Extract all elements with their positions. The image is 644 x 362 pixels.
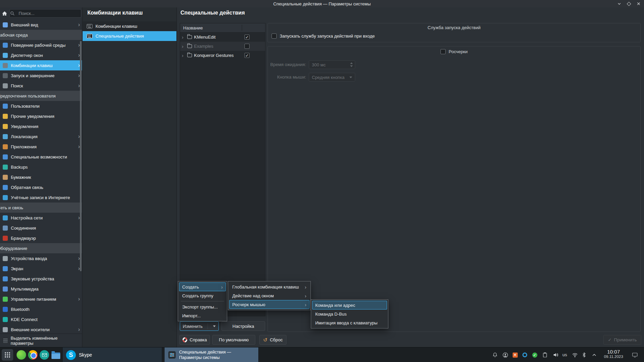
- settings-button[interactable]: Настройка: [221, 321, 265, 331]
- sidebar-item-window-management[interactable]: Диспетчер окон: [0, 50, 82, 60]
- home-icon[interactable]: [2, 11, 7, 16]
- sidebar-item-workspace-behavior[interactable]: Поведение рабочей среды: [0, 40, 82, 50]
- sidebar-item-regional[interactable]: Локализация: [0, 131, 82, 142]
- expand-icon[interactable]: [182, 44, 185, 49]
- sidebar-item-backups[interactable]: Backups: [0, 162, 82, 172]
- sidebar-section-hardware: Оборудование: [0, 243, 82, 253]
- sidebar-item-power[interactable]: Управление питанием: [0, 294, 82, 304]
- highlight-changed-row[interactable]: Выделить изменённые параметры: [0, 334, 82, 347]
- category-panel: Комбинации клавиш Комбинации клавиш Спец…: [83, 7, 177, 347]
- display-icon: [3, 266, 8, 271]
- category-item-label: Комбинации клавиш: [95, 24, 137, 29]
- sidebar-item-accessibility[interactable]: Специальные возможности: [0, 152, 82, 162]
- sidebar-item-audio[interactable]: Звуковые устройства: [0, 274, 82, 284]
- taskbar-app-mail[interactable]: [39, 350, 49, 360]
- alert-icon[interactable]: [512, 352, 518, 358]
- sidebar-item-online-accounts[interactable]: Учётные записи в Интернете: [0, 192, 82, 203]
- sidebar-item-removable-storage[interactable]: Внешние носители: [0, 324, 82, 334]
- sidebar-item-display[interactable]: Экран: [0, 263, 82, 274]
- minimize-button[interactable]: [617, 2, 621, 6]
- updates-ok-icon[interactable]: [532, 352, 538, 358]
- sidebar-item-network-settings[interactable]: Настройка сети: [0, 213, 82, 223]
- notifications-bell-icon[interactable]: [492, 352, 498, 358]
- taskbar-app-files[interactable]: [51, 350, 61, 360]
- search-input[interactable]: [9, 9, 81, 18]
- tree-row-examples[interactable]: Examples: [180, 42, 265, 51]
- menu-item-import[interactable]: Импорт...: [179, 311, 226, 320]
- taskbar-app-chrome[interactable]: [28, 350, 38, 360]
- tree-row-konqueror-gestures[interactable]: Konqueror Gestures: [180, 51, 265, 60]
- sidebar-item-applications[interactable]: Приложения: [0, 142, 82, 152]
- daemon-group-title: Служба запуска действий: [268, 25, 640, 30]
- expand-icon[interactable]: [182, 35, 185, 40]
- sidebar-item-search[interactable]: Поиск: [0, 81, 82, 91]
- user-status-icon[interactable]: [502, 352, 508, 358]
- daemon-checkbox[interactable]: [272, 34, 277, 39]
- volume-icon[interactable]: [553, 352, 559, 358]
- sidebar-item-firewall[interactable]: Брандмауэр: [0, 233, 82, 243]
- reset-button[interactable]: Сброс: [259, 335, 286, 345]
- gestures-title-row[interactable]: Росчерки: [268, 49, 640, 54]
- chevron-down-icon[interactable]: [213, 325, 216, 327]
- menu-item-keyboard-input[interactable]: Имитация ввода с клавиатуры: [312, 318, 387, 327]
- menu-item-new[interactable]: Создать: [179, 282, 226, 291]
- daemon-checkbox-row[interactable]: Запускать службу запуска действий при вх…: [272, 34, 375, 39]
- konqueror-gestures-checkbox[interactable]: [244, 53, 250, 58]
- menu-item-dbus-command[interactable]: Команда D-Bus: [312, 310, 387, 318]
- menu-item-command-url[interactable]: Команда или адрес: [312, 301, 387, 310]
- bluetooth-tray-icon[interactable]: [581, 352, 587, 358]
- sidebar-item-input-devices[interactable]: Устройства ввода: [0, 253, 82, 263]
- category-item-custom-shortcuts[interactable]: Специальные действия: [83, 31, 176, 41]
- sidebar-item-appearance[interactable]: Внешний вид: [0, 20, 82, 30]
- sidebar-item-shortcuts[interactable]: Комбинации клавиш: [0, 60, 82, 70]
- sidebar-item-kde-connect[interactable]: KDE Connect: [0, 314, 82, 324]
- task-system-settings-active[interactable]: Специальные действия — Параметры системы: [164, 347, 259, 362]
- task-skype[interactable]: Skype: [62, 347, 162, 362]
- network-status-icon[interactable]: [522, 352, 528, 358]
- menu-item-mouse-gesture[interactable]: Росчерк мышью: [229, 300, 309, 309]
- menu-item-export-group[interactable]: Экспорт группы...: [179, 302, 226, 311]
- sidebar-item-connections[interactable]: Соединения: [0, 223, 82, 233]
- keyboard-layout-indicator[interactable]: us: [562, 352, 567, 357]
- menu-item-new-group[interactable]: Создать группу: [179, 291, 226, 300]
- expand-icon[interactable]: [182, 53, 185, 58]
- tree-column-header[interactable]: Название: [180, 23, 265, 33]
- sidebar-scrollbar[interactable]: [80, 41, 82, 271]
- window-controls: [617, 0, 641, 7]
- shortcuts-tree: Название KMenuEdit Examples Konqueror Ge…: [180, 23, 265, 316]
- spinner-arrows-icon[interactable]: [350, 62, 353, 67]
- maximize-button[interactable]: [627, 2, 630, 5]
- mouse-button-combobox[interactable]: Средняя кнопка: [309, 73, 355, 82]
- sidebar-item-users[interactable]: Пользователи: [0, 101, 82, 111]
- sidebar-item-wallet[interactable]: Бумажник: [0, 172, 82, 182]
- application-launcher-button[interactable]: [2, 349, 13, 361]
- sidebar-item-bluetooth[interactable]: Bluetooth: [0, 304, 82, 314]
- taskbar-app-green[interactable]: [16, 350, 26, 360]
- clipboard-icon[interactable]: [542, 352, 548, 358]
- power-management-icon: [3, 297, 8, 302]
- category-item-shortcuts[interactable]: Комбинации клавиш: [83, 21, 176, 31]
- show-desktop-icon[interactable]: [632, 352, 638, 358]
- defaults-button[interactable]: По умолчанию: [212, 335, 255, 345]
- sidebar-item-startup-shutdown[interactable]: Запуск и завершение: [0, 70, 82, 81]
- apply-button[interactable]: Применить: [603, 335, 641, 345]
- close-button[interactable]: [637, 2, 641, 6]
- menu-item-window-action[interactable]: Действие над окном: [229, 291, 309, 300]
- sidebar-item-feedback[interactable]: Обратная связь: [0, 182, 82, 192]
- sidebar-item-notifications[interactable]: Уведомления: [0, 121, 82, 131]
- gestures-checkbox[interactable]: [441, 49, 446, 54]
- firewall-icon: [3, 236, 8, 241]
- chrome-icon: [28, 350, 38, 360]
- sidebar-item-multimedia[interactable]: Мультимедиа: [0, 284, 82, 294]
- kmenuedit-checkbox[interactable]: [244, 35, 250, 40]
- examples-checkbox[interactable]: [244, 44, 250, 49]
- menu-item-global-shortcut[interactable]: Глобальная комбинация клавиш: [229, 282, 309, 291]
- tree-row-kmenuedit[interactable]: KMenuEdit: [180, 33, 265, 42]
- sidebar-item-other-notifications[interactable]: Прочие уведомления: [0, 111, 82, 121]
- sidebar-list: Внешний вид Рабочая среда Поведение рабо…: [0, 20, 82, 334]
- wifi-icon[interactable]: [572, 352, 578, 358]
- help-button[interactable]: Справка: [179, 335, 210, 345]
- timeout-spinbox[interactable]: 300 мс: [309, 60, 355, 69]
- edit-button[interactable]: Изменить: [180, 321, 219, 331]
- digital-clock[interactable]: 10:07 09.11.2023: [597, 349, 630, 359]
